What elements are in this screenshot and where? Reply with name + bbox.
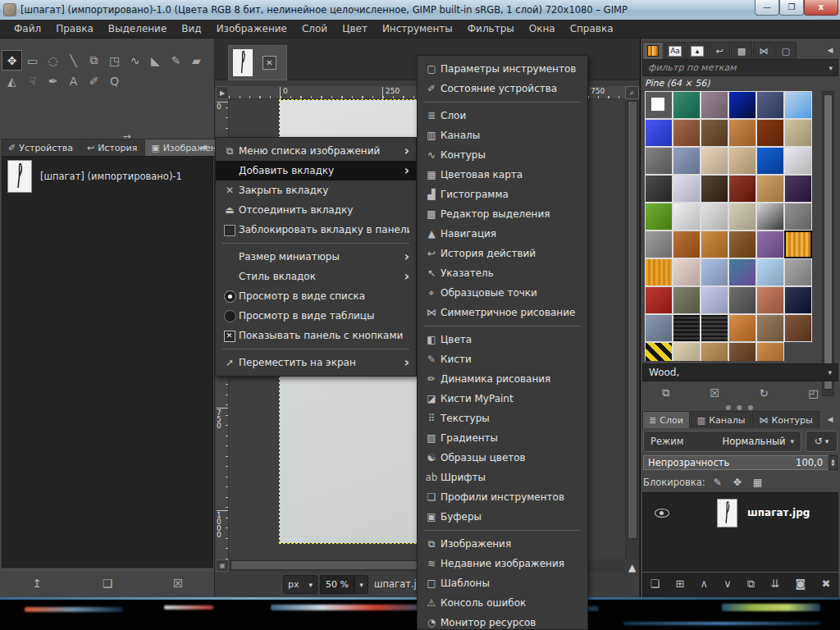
new-image-button[interactable]: ❏ <box>97 577 118 590</box>
menu-item-add-tab[interactable]: Добавить вкладку› <box>216 161 416 180</box>
menu-item-gradients[interactable]: ▨Градиенты <box>418 428 587 448</box>
paintbrush-tool-button[interactable]: ✎ <box>166 50 186 71</box>
pattern-swatch[interactable] <box>728 342 756 361</box>
zoom-dropdown-button[interactable]: ▾ <box>354 575 368 594</box>
menu-item-brushes[interactable]: ✎Кисти <box>418 349 587 369</box>
menu-item-preview-size[interactable]: Размер миниатюры› <box>216 247 416 267</box>
pattern-swatch[interactable] <box>784 119 812 147</box>
menu-select[interactable]: Выделение <box>101 21 174 37</box>
menu-item-move-to-screen[interactable]: ➚Переместить на экран› <box>216 353 416 372</box>
pattern-swatch[interactable] <box>701 147 728 175</box>
pattern-swatch[interactable] <box>701 231 728 258</box>
dock-menu-arrow-icon[interactable]: ◀ <box>824 43 837 57</box>
menu-item-recent-images[interactable]: ≋Недавние изображения <box>418 554 587 573</box>
patterns-scrollbar-thumb[interactable] <box>824 94 833 390</box>
pattern-swatch[interactable] <box>701 314 728 342</box>
minimize-button[interactable]: — <box>755 0 779 16</box>
tab-layers[interactable]: ≣ Слои <box>642 411 690 428</box>
tab-devices[interactable]: ✐ Устройства <box>2 139 80 156</box>
pattern-swatch[interactable] <box>673 342 701 361</box>
menu-item-selection-editor[interactable]: ▩Редактор выделения <box>418 204 587 224</box>
pattern-swatch[interactable] <box>756 231 784 258</box>
pattern-swatch[interactable] <box>645 258 673 286</box>
pattern-swatch[interactable] <box>645 314 673 342</box>
open-pattern-as-image-button[interactable]: ◰ <box>808 387 818 399</box>
warp-transform-tool-button[interactable]: ∿ <box>125 50 145 71</box>
close-tab-icon[interactable]: ✕ <box>262 56 276 70</box>
pattern-swatch[interactable] <box>645 203 673 231</box>
pattern-swatch[interactable] <box>728 175 756 203</box>
pattern-swatch[interactable] <box>728 91 756 119</box>
menu-tools[interactable]: Инструменты <box>375 21 460 37</box>
bucket-fill-tool-button[interactable]: ◣ <box>145 50 166 71</box>
pattern-swatch[interactable] <box>784 203 812 231</box>
dock-splitter[interactable]: ● ● ● <box>641 404 840 410</box>
pattern-swatch[interactable] <box>756 91 784 119</box>
layer-row[interactable]: шпагат.jpg <box>643 493 838 532</box>
add-mask-button[interactable]: ◙ <box>796 578 806 590</box>
lock-pixels-button[interactable]: ✎ <box>714 477 722 488</box>
zoom-level-input[interactable]: 50 % <box>320 575 354 594</box>
pattern-swatch[interactable] <box>645 175 673 203</box>
lower-layer-button[interactable]: ∨ <box>724 578 732 590</box>
dock-tab-selection-editor[interactable]: ▩ <box>731 42 752 59</box>
pattern-swatch[interactable] <box>756 119 784 147</box>
pattern-swatch[interactable] <box>784 147 812 175</box>
pattern-swatch[interactable] <box>728 147 756 175</box>
pattern-swatch[interactable] <box>784 91 812 119</box>
pattern-swatch[interactable] <box>701 203 728 231</box>
menu-item-histogram[interactable]: ▟Гистограмма <box>418 185 587 204</box>
dock-tab-history[interactable]: ↩ <box>709 42 730 59</box>
crop-tool-button[interactable]: ⧉ <box>84 50 104 71</box>
ruler-menu-button[interactable]: ▶ <box>216 86 229 99</box>
duplicate-pattern-button[interactable]: ⧉ <box>662 386 669 399</box>
menu-item-tool-presets[interactable]: ❏Профили инструментов <box>418 487 587 507</box>
dock-tab-fonts[interactable]: Aa <box>664 42 686 59</box>
pattern-swatch[interactable] <box>728 231 756 258</box>
pattern-swatch[interactable] <box>673 258 701 286</box>
pattern-swatch[interactable] <box>784 175 812 203</box>
pattern-swatch[interactable] <box>673 203 701 231</box>
menu-item-view-as-grid[interactable]: Просмотр в виде таблицы <box>216 306 416 326</box>
raise-layer-button[interactable]: ∧ <box>701 578 709 590</box>
delete-pattern-button[interactable]: ☒ <box>710 387 719 399</box>
delete-image-button[interactable]: ☒ <box>167 577 189 590</box>
menu-item-images[interactable]: ⧉Изображения <box>418 534 587 554</box>
pattern-swatch[interactable] <box>701 119 728 147</box>
menu-help[interactable]: Справка <box>563 21 621 37</box>
pattern-swatch[interactable] <box>728 286 756 314</box>
pattern-swatch[interactable] <box>784 286 812 314</box>
pattern-swatch[interactable] <box>756 314 784 342</box>
pattern-swatch[interactable] <box>784 314 812 342</box>
menu-file[interactable]: Файл <box>7 21 48 37</box>
zoom-tool-button[interactable]: Q <box>104 71 125 91</box>
layer-mode-options-button[interactable]: ↺ ▾ <box>806 431 838 452</box>
menu-item-palettes[interactable]: ☯Образцы цветов <box>418 448 587 468</box>
image-window-tab[interactable] <box>228 45 287 80</box>
menu-item-navigation[interactable]: ▲Навигация <box>418 224 587 244</box>
menu-item-fonts[interactable]: abШрифты <box>418 468 587 487</box>
new-layer-group-button[interactable]: ⊞ <box>675 578 684 590</box>
dock-tab-symmetry[interactable]: ⋈ <box>753 42 774 59</box>
dock-tab-tool-options[interactable]: ▢ <box>775 42 797 59</box>
pattern-swatch[interactable] <box>673 286 701 314</box>
airbrush-tool-button[interactable]: ◭ <box>2 71 22 91</box>
refresh-patterns-button[interactable]: ↻ <box>760 387 769 399</box>
menu-item-symmetry-painting[interactable]: ⋈Симметричное рисование <box>418 303 587 322</box>
menu-item-images-menu[interactable]: ⧉Меню списка изображений› <box>216 141 416 161</box>
pattern-swatch[interactable] <box>701 175 728 203</box>
menu-item-colormap[interactable]: ▦Цветовая карта <box>418 165 587 185</box>
visibility-eye-icon[interactable] <box>655 509 669 518</box>
menu-item-undo-history[interactable]: ↩История действий <box>418 244 587 263</box>
ink-tool-button[interactable]: ✒ <box>43 71 63 91</box>
raise-to-top-button[interactable]: ↥ <box>26 577 48 590</box>
menu-item-paint-dynamics[interactable]: ✏Динамика рисования <box>418 369 587 389</box>
smudge-tool-button[interactable]: ☟ <box>22 71 43 91</box>
menu-item-channels[interactable]: ▥Каналы <box>418 126 587 145</box>
tab-paths[interactable]: ⋈ Контуры <box>752 411 819 428</box>
pattern-swatch[interactable] <box>701 258 728 286</box>
opacity-slider[interactable]: Непрозрачность 100,0 ▲▼ <box>643 455 838 470</box>
pattern-swatch[interactable] <box>673 314 701 342</box>
pattern-swatch[interactable] <box>756 286 784 314</box>
pattern-swatch[interactable] <box>701 91 728 119</box>
